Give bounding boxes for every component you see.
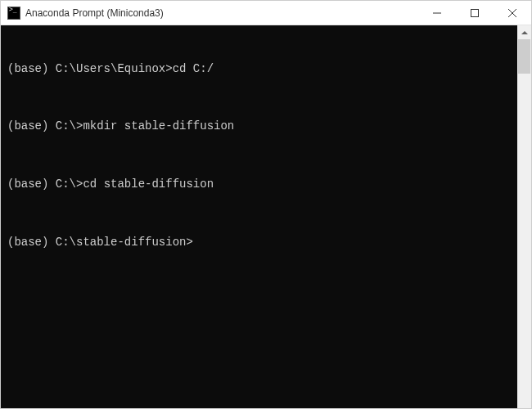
prompt: (base) C:\Users\Equinox> — [7, 62, 173, 75]
terminal-line: (base) C:\Users\Equinox>cd C:/ — [7, 61, 511, 77]
command: cd C:/ — [173, 62, 214, 75]
terminal-output[interactable]: (base) C:\Users\Equinox>cd C:/ (base) C:… — [1, 25, 517, 408]
close-button[interactable] — [494, 1, 531, 25]
maximize-button[interactable] — [456, 1, 494, 25]
window-title: Anaconda Prompt (Miniconda3) — [25, 7, 418, 19]
svg-marker-4 — [521, 31, 528, 34]
terminal-line: (base) C:\>mkdir stable-diffusion — [7, 119, 511, 134]
terminal-icon — [7, 7, 20, 20]
titlebar[interactable]: Anaconda Prompt (Miniconda3) — [1, 1, 531, 25]
terminal-current-line: (base) C:\stable-diffusion> — [7, 235, 511, 250]
scrollbar[interactable] — [517, 25, 531, 408]
command: cd stable-diffusion — [83, 178, 214, 191]
svg-rect-1 — [471, 9, 479, 16]
prompt: (base) C:\> — [7, 119, 83, 133]
terminal-wrapper: (base) C:\Users\Equinox>cd C:/ (base) C:… — [1, 25, 531, 408]
window-controls — [418, 1, 531, 25]
terminal-line: (base) C:\>cd stable-diffusion — [7, 177, 511, 192]
prompt: (base) C:\> — [7, 178, 83, 191]
prompt: (base) C:\stable-diffusion> — [7, 236, 193, 249]
scroll-thumb[interactable] — [518, 39, 530, 74]
minimize-button[interactable] — [418, 1, 456, 25]
command: mkdir stable-diffusion — [83, 119, 234, 133]
scroll-up-arrow[interactable] — [517, 25, 531, 39]
